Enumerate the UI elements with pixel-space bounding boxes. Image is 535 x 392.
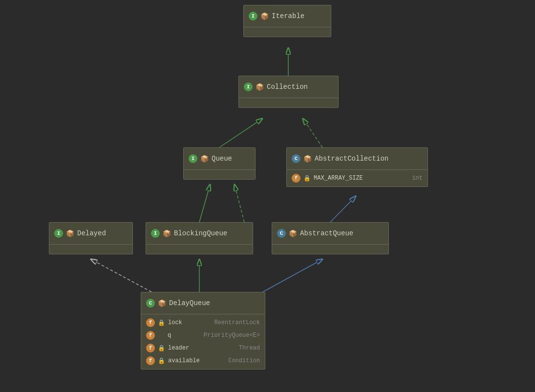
delayqueue-name: DelayQueue	[169, 299, 210, 307]
blockingqueue-badge: I	[151, 229, 160, 238]
svg-line-9	[235, 185, 244, 222]
collection-pkg-icon: 📦	[256, 83, 264, 91]
delayqueue-body: f 🔒 lock ReentrantLock f q PriorityQueue…	[141, 314, 265, 369]
field-max-array-size: f 🔒 MAX_ARRAY_SIZE int	[287, 172, 428, 185]
field-q-type: PriorityQueue<E>	[204, 332, 260, 339]
field-leader-lock: 🔒	[158, 345, 165, 352]
field-lock: f 🔒 lock ReentrantLock	[141, 316, 265, 329]
field-max-array-size-type: int	[412, 175, 423, 182]
abstractcollection-header: C 📦 AbstractCollection	[287, 148, 428, 169]
blockingqueue-name: BlockingQueue	[174, 229, 227, 237]
field-available-badge: f	[146, 356, 155, 365]
abstractcollection-badge: C	[292, 154, 300, 163]
iterable-pkg-icon: 📦	[260, 12, 269, 21]
abstractqueue-badge: C	[277, 229, 286, 238]
svg-line-6	[219, 119, 262, 147]
field-leader-type: Thread	[239, 345, 260, 351]
field-leader-badge: f	[146, 344, 155, 352]
iterable-badge: I	[249, 12, 257, 21]
delayed-name: Delayed	[77, 229, 106, 237]
field-leader: f 🔒 leader Thread	[141, 342, 265, 354]
delayed-badge: I	[54, 229, 63, 238]
iterable-body	[244, 27, 331, 37]
field-q: f q PriorityQueue<E>	[141, 329, 265, 342]
delayed-body	[49, 244, 132, 254]
abstractqueue-header: C 📦 AbstractQueue	[272, 223, 388, 244]
abstractcollection-name: AbstractCollection	[315, 155, 388, 163]
field-available-lock: 🔒	[158, 357, 165, 365]
queue-badge: I	[189, 154, 197, 163]
field-q-name: q	[168, 332, 171, 339]
field-lock-badge: f	[146, 318, 155, 327]
svg-line-13	[263, 259, 322, 292]
delayed-pkg-icon: 📦	[66, 229, 74, 238]
field-lock-name: lock	[168, 319, 182, 326]
field-max-array-size-lock: 🔒	[303, 175, 311, 182]
collection-header: I 📦 Collection	[239, 76, 338, 98]
svg-line-10	[330, 196, 356, 222]
field-available-type: Condition	[228, 357, 260, 364]
abstractcollection-box: C 📦 AbstractCollection f 🔒 MAX_ARRAY_SIZ…	[286, 147, 428, 187]
collection-name: Collection	[267, 83, 308, 91]
queue-header: I 📦 Queue	[184, 148, 255, 169]
abstractqueue-box: C 📦 AbstractQueue	[272, 222, 389, 254]
queue-body	[184, 169, 255, 179]
queue-pkg-icon: 📦	[200, 155, 209, 163]
queue-box: I 📦 Queue	[183, 147, 256, 180]
blockingqueue-box: I 📦 BlockingQueue	[146, 222, 253, 254]
field-q-badge: f	[146, 331, 155, 340]
abstractqueue-name: AbstractQueue	[300, 229, 353, 237]
iterable-box: I 📦 Iterable	[243, 5, 331, 37]
field-leader-name: leader	[168, 345, 189, 351]
blockingqueue-header: I 📦 BlockingQueue	[146, 223, 253, 244]
abstractcollection-body: f 🔒 MAX_ARRAY_SIZE int	[287, 169, 428, 186]
blockingqueue-pkg-icon: 📦	[163, 229, 171, 238]
delayqueue-pkg-icon: 📦	[158, 299, 166, 308]
svg-line-7	[303, 119, 322, 147]
delayqueue-box: C 📦 DelayQueue f 🔒 lock ReentrantLock f …	[141, 292, 265, 370]
field-max-array-size-badge: f	[292, 174, 300, 183]
arrows-svg	[0, 0, 535, 392]
delayed-header: I 📦 Delayed	[49, 223, 132, 244]
delayqueue-badge: C	[146, 299, 155, 308]
collection-body	[239, 98, 338, 107]
delayed-box: I 📦 Delayed	[49, 222, 133, 254]
iterable-name: Iterable	[272, 12, 304, 20]
abstractqueue-body	[272, 244, 388, 254]
svg-line-12	[91, 259, 151, 292]
field-available: f 🔒 available Condition	[141, 354, 265, 367]
iterable-header: I 📦 Iterable	[244, 5, 331, 27]
abstractqueue-pkg-icon: 📦	[289, 229, 297, 238]
field-lock-lock: 🔒	[158, 319, 165, 327]
field-max-array-size-name: MAX_ARRAY_SIZE	[314, 175, 363, 182]
delayqueue-header: C 📦 DelayQueue	[141, 292, 265, 314]
field-lock-type: ReentrantLock	[214, 319, 260, 326]
blockingqueue-body	[146, 244, 253, 254]
collection-badge: I	[244, 83, 253, 91]
diagram-container: I 📦 Iterable I 📦 Collection I 📦 Queue C …	[0, 0, 535, 392]
collection-box: I 📦 Collection	[238, 76, 339, 108]
abstractcollection-pkg-icon: 📦	[303, 155, 312, 163]
queue-name: Queue	[212, 155, 232, 163]
svg-line-8	[199, 185, 210, 222]
field-available-name: available	[168, 357, 200, 364]
